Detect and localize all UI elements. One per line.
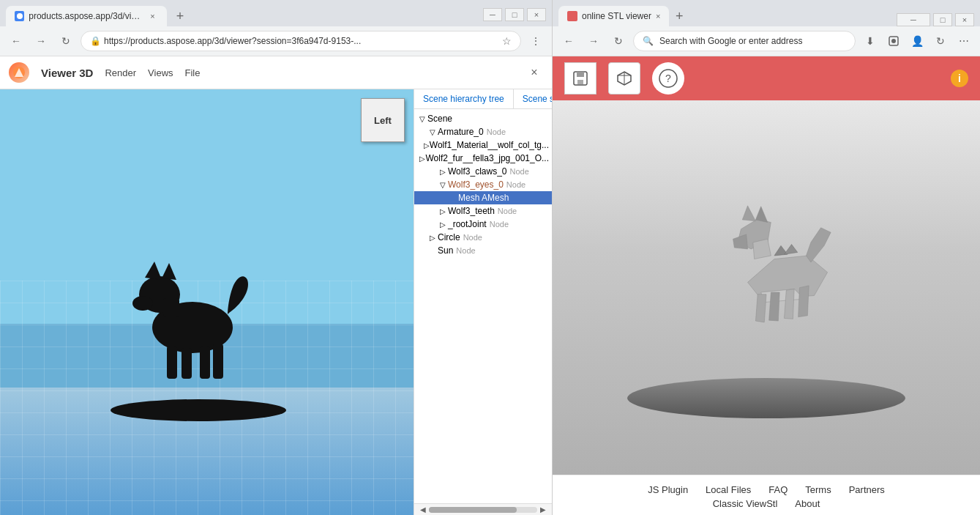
profile-icon-btn[interactable]: 👤 [907, 31, 927, 51]
tree-item-circle[interactable]: ▷ Circle Node [414, 231, 552, 244]
svg-marker-6 [145, 262, 162, 280]
footer-link-js-plugin[interactable]: JS Plugin [648, 484, 688, 495]
more-icons-btn[interactable]: ⋯ [954, 31, 974, 51]
3d-viewport-right[interactable] [553, 100, 980, 475]
help-btn-right[interactable]: ? [652, 62, 684, 95]
svg-marker-7 [162, 263, 176, 280]
search-icon-right: 🔍 [643, 36, 654, 46]
tree-item-armature[interactable]: ▽ Armature_0 Node [414, 125, 552, 138]
minimize-btn[interactable]: ─ [483, 8, 502, 21]
extension-icon-btn[interactable] [883, 31, 904, 51]
refresh-btn-right[interactable]: ↻ [608, 31, 629, 51]
svg-rect-12 [213, 344, 223, 379]
tree-item-wolf1[interactable]: ▷ Wolf1_Material__wolf_col_tg... [414, 138, 552, 152]
arrow-scene: ▽ [417, 115, 427, 123]
menu-render[interactable]: Render [105, 67, 136, 78]
close-btn-right[interactable]: × [955, 13, 974, 26]
refresh-btn-left[interactable]: ↻ [56, 31, 76, 51]
tab-scene-summary[interactable]: Scene summary [514, 89, 552, 108]
left-url-text: https://products.aspose.app/3d/viewer?se… [104, 36, 502, 46]
menu-btn-left[interactable]: ⋮ [525, 31, 546, 51]
right-new-tab-btn[interactable]: + [669, 6, 689, 26]
footer-row-2: Classic ViewStl About [564, 498, 968, 509]
app-main-content: Left [0, 89, 552, 515]
scroll-track[interactable] [429, 507, 537, 513]
maximize-btn-right[interactable]: □ [933, 13, 952, 26]
left-url-input[interactable]: 🔒 https://products.aspose.app/3d/viewer?… [81, 31, 521, 51]
tree-item-scene[interactable]: ▽ Scene [414, 112, 552, 125]
right-browser-tab[interactable]: online STL viewer × [558, 6, 669, 26]
minimize-btn-right[interactable]: ─ [897, 13, 930, 26]
right-url-input[interactable]: 🔍 Search with Google or enter address [633, 31, 856, 51]
3d-viewport-left[interactable]: Left [0, 89, 414, 515]
tree-label-circle: Circle [438, 232, 460, 242]
footer-link-terms[interactable]: Terms [805, 484, 831, 495]
svg-marker-30 [807, 228, 831, 262]
forward-btn-right[interactable]: → [583, 31, 604, 51]
forward-btn-left[interactable]: → [31, 31, 51, 51]
tree-label-wolf3eyes: Wolf3_eyes_0 [448, 179, 504, 190]
svg-point-14 [891, 39, 896, 43]
menu-file[interactable]: File [185, 67, 201, 78]
tree-type-armature: Node [487, 127, 506, 136]
viewer3d-app-window: Viewer 3D Render Views File × Left [0, 56, 552, 515]
left-tab-close[interactable]: × [147, 10, 158, 22]
tree-item-rootjoint[interactable]: ▷ _rootJoint Node [414, 218, 552, 231]
arrow-rootjoint: ▷ [438, 221, 448, 229]
right-search-text: Search with Google or enter address [659, 36, 802, 46]
tree-label-wolf1: Wolf1_Material__wolf_col_tg... [430, 140, 549, 150]
cube-btn-right[interactable] [608, 62, 640, 95]
left-browser-tab[interactable]: products.aspose.app/3d/view... × [6, 6, 167, 26]
arrow-wolf2: ▷ [419, 155, 425, 163]
app-menu: Render Views File [105, 67, 200, 78]
download-icon-btn[interactable]: ⬇ [860, 31, 880, 51]
app-titlebar: Viewer 3D Render Views File × [0, 56, 552, 89]
right-browser-window: online STL viewer × + ─ □ × ← → ↻ 🔍 Sear… [553, 0, 980, 515]
tree-item-wolf3eyes[interactable]: ▽ Wolf3_eyes_0 Node [414, 178, 552, 191]
footer-link-partners[interactable]: Partners [849, 484, 885, 495]
tab-scene-hierarchy[interactable]: Scene hierarchy tree [414, 89, 514, 108]
tree-label-meshamesh: Mesh AMesh [458, 193, 509, 203]
tree-item-sun[interactable]: Sun Node [414, 244, 552, 257]
scroll-right-btn[interactable]: ▶ [537, 504, 549, 516]
right-tab-title: online STL viewer [582, 11, 651, 21]
back-btn-right[interactable]: ← [558, 31, 579, 51]
scene-panel-scrollbar[interactable]: ◀ ▶ [414, 503, 552, 515]
platform-left [111, 399, 286, 421]
scroll-left-btn[interactable]: ◀ [417, 504, 429, 516]
svg-rect-8 [163, 298, 179, 316]
right-address-bar: ← → ↻ 🔍 Search with Google or enter addr… [553, 26, 980, 56]
footer-link-classic[interactable]: Classic ViewStl [713, 498, 778, 509]
footer-link-about[interactable]: About [795, 498, 820, 509]
svg-rect-16 [577, 72, 584, 77]
save-btn-right[interactable] [564, 62, 596, 95]
tree-label-wolf3teeth: Wolf3_teeth [448, 206, 495, 216]
app-title: Viewer 3D [41, 67, 93, 79]
left-new-tab-btn[interactable]: + [170, 6, 190, 26]
footer-link-faq[interactable]: FAQ [768, 484, 788, 495]
svg-marker-31 [755, 294, 766, 322]
tree-item-wolf2[interactable]: ▷ Wolf2_fur__fella3_jpg_001_O... [414, 152, 552, 165]
arrow-wolf3claws: ▷ [438, 168, 448, 176]
app-close-btn[interactable]: × [525, 64, 543, 81]
tree-label-wolf3claws: Wolf3_claws_0 [448, 166, 506, 177]
close-btn-left[interactable]: × [527, 8, 546, 21]
tree-item-wolf3teeth[interactable]: ▷ Wolf3_teeth Node [414, 204, 552, 218]
scroll-thumb[interactable] [429, 507, 517, 513]
right-app-content: ? i [553, 56, 980, 515]
scene-tree: ▽ Scene ▽ Armature_0 Node ▷ Wolf1_ [414, 109, 552, 503]
back-btn-left[interactable]: ← [6, 31, 26, 51]
footer-link-local-files[interactable]: Local Files [706, 484, 751, 495]
star-icon-left[interactable]: ☆ [502, 35, 512, 47]
tree-type-rootjoint: Node [490, 220, 509, 229]
tree-item-meshamesh[interactable]: Mesh AMesh [414, 191, 552, 204]
menu-views[interactable]: Views [148, 67, 173, 78]
tree-item-wolf3claws[interactable]: ▷ Wolf3_claws_0 Node [414, 165, 552, 178]
svg-marker-29 [753, 239, 771, 259]
svg-point-0 [17, 13, 23, 19]
footer-row-1: JS Plugin Local Files FAQ Terms Partners [564, 484, 968, 495]
maximize-btn[interactable]: □ [505, 8, 524, 21]
svg-text:?: ? [665, 73, 671, 84]
sync-icon-btn[interactable]: ↻ [930, 31, 951, 51]
right-tab-close[interactable]: × [656, 12, 660, 21]
